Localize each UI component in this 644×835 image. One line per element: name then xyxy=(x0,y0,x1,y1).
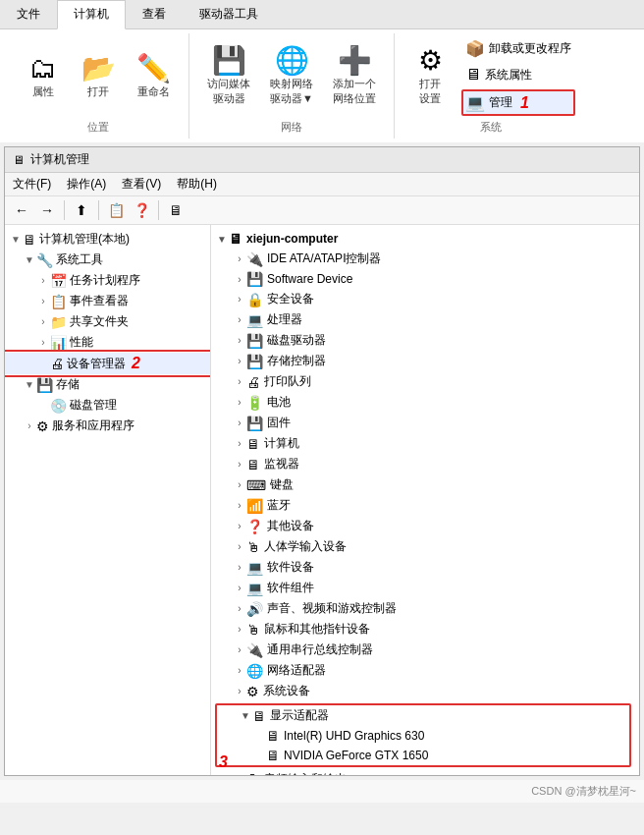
properties-button[interactable]: 🗂 属性 xyxy=(20,51,67,103)
device-bluetooth[interactable]: › 📶 蓝牙 xyxy=(211,495,639,516)
open-button[interactable]: 📂 打开 xyxy=(75,51,122,103)
device-software[interactable]: › 💾 Software Device xyxy=(211,269,639,289)
tree-sys-tools[interactable]: ▼ 🔧 系统工具 xyxy=(5,250,210,270)
bluetooth-expand: › xyxy=(233,500,246,511)
tree-perf[interactable]: › 📊 性能 xyxy=(5,332,210,353)
device-computer[interactable]: › 🖥 计算机 xyxy=(211,433,639,454)
menu-file[interactable]: 文件(F) xyxy=(13,176,51,193)
sys-text: 系统设备 xyxy=(263,683,310,699)
device-print[interactable]: › 🖨 打印队列 xyxy=(211,371,639,392)
device-firmware[interactable]: › 💾 固件 xyxy=(211,413,639,433)
root-expand: ▼ xyxy=(9,234,23,245)
device-cpu[interactable]: › 💻 处理器 xyxy=(211,309,639,330)
device-disk[interactable]: › 💾 磁盘驱动器 xyxy=(211,330,639,351)
uninstall-button[interactable]: 📦 卸载或更改程序 xyxy=(461,37,575,60)
device-mgr-text: 设备管理器 xyxy=(67,356,126,372)
perf-icon: 📊 xyxy=(50,335,67,351)
disk-mgmt-expand xyxy=(36,400,50,411)
tree-task-sched[interactable]: › 📅 任务计划程序 xyxy=(5,270,210,291)
system-props-button[interactable]: 🖥 系统属性 xyxy=(461,64,575,85)
software-icon: 💾 xyxy=(246,271,263,287)
device-mgr-icon: 🖨 xyxy=(50,356,64,371)
device-intel-gpu[interactable]: 🖥 Intel(R) UHD Graphics 630 xyxy=(217,726,629,746)
rename-icon: ✏️ xyxy=(136,55,171,83)
tab-computer[interactable]: 计算机 xyxy=(57,0,126,29)
tree-services[interactable]: › ⚙ 服务和应用程序 xyxy=(5,416,210,436)
open-settings-button[interactable]: ⚙ 打开设置 xyxy=(406,37,454,116)
menu-help[interactable]: 帮助(H) xyxy=(177,176,217,193)
device-soft2[interactable]: › 💻 软件设备 xyxy=(211,557,639,578)
tree-root[interactable]: ▼ 🖥 计算机管理(本地) xyxy=(5,229,210,250)
device-net[interactable]: › 🌐 网络适配器 xyxy=(211,660,639,681)
system-props-label: 系统属性 xyxy=(485,67,532,84)
device-nvidia-gpu[interactable]: 🖥 NVIDIA GeForce GTX 1650 xyxy=(217,746,629,765)
tree-storage[interactable]: ▼ 💾 存储 xyxy=(5,374,210,395)
add-network-button[interactable]: ➕ 添加一个网络位置 xyxy=(327,43,382,110)
manage-icon: 💻 xyxy=(465,93,485,112)
audio-input-expand: › xyxy=(233,774,246,775)
tree-shared-folders[interactable]: › 📁 共享文件夹 xyxy=(5,311,210,332)
mouse-icon: 🖱 xyxy=(246,622,260,638)
device-monitor[interactable]: › 🖥 监视器 xyxy=(211,454,639,474)
menu-action[interactable]: 操作(A) xyxy=(67,176,106,193)
tab-view[interactable]: 查看 xyxy=(126,0,183,28)
tree-event-viewer[interactable]: › 📋 事件查看器 xyxy=(5,291,210,311)
tree-disk-mgmt[interactable]: 💿 磁盘管理 xyxy=(5,395,210,416)
net-expand: › xyxy=(233,665,246,676)
event-viewer-text: 事件查看器 xyxy=(70,293,129,309)
computer-name-item[interactable]: ▼ 🖥 xiejun-computer xyxy=(211,229,639,249)
tree-device-mgr[interactable]: 🖨 设备管理器 2 xyxy=(5,353,210,374)
cpu-text: 处理器 xyxy=(267,311,302,328)
computer2-expand: › xyxy=(233,438,246,449)
device-serial[interactable]: › 🔌 通用串行总线控制器 xyxy=(211,640,639,660)
mouse-text: 鼠标和其他指针设备 xyxy=(264,621,370,638)
device-soft-comp[interactable]: › 💻 软件组件 xyxy=(211,578,639,598)
open-settings-icon: ⚙ xyxy=(418,47,443,75)
soft-comp-expand: › xyxy=(233,583,246,593)
device-audio[interactable]: › 🔊 声音、视频和游戏控制器 xyxy=(211,598,639,619)
soft2-icon: 💻 xyxy=(246,560,263,576)
device-audio-input[interactable]: › 🎙 音频输入和输出 xyxy=(211,769,639,775)
annotation-2: 2 xyxy=(132,355,140,372)
device-mouse[interactable]: › 🖱 鼠标和其他指针设备 xyxy=(211,619,639,640)
device-ide[interactable]: › 🔌 IDE ATA/ATAPI控制器 xyxy=(211,249,639,269)
disk-expand: › xyxy=(233,335,246,346)
map-network-icon: 🌐 xyxy=(275,47,309,75)
rename-button[interactable]: ✏️ 重命名 xyxy=(130,51,177,103)
shared-folders-icon: 📁 xyxy=(50,314,67,330)
access-media-button[interactable]: 💾 访问媒体驱动器 xyxy=(201,43,256,110)
display-adapter-box: ▼ 🖥 显示适配器 🖥 Intel(R) UHD Graphics 630 🖥 … xyxy=(215,703,631,767)
sys-tools-expand: ▼ xyxy=(23,254,36,265)
toolbar-show-hide[interactable]: 📋 xyxy=(105,199,127,221)
firmware-expand: › xyxy=(233,418,246,428)
disk-mgmt-text: 磁盘管理 xyxy=(70,397,117,414)
rename-label: 重命名 xyxy=(137,84,170,99)
device-storage-ctrl[interactable]: › 💾 存储控制器 xyxy=(211,351,639,371)
soft2-text: 软件设备 xyxy=(267,559,314,576)
device-keyboard[interactable]: › ⌨ 键盘 xyxy=(211,474,639,495)
toolbar-back[interactable]: ← xyxy=(11,199,32,221)
tab-file[interactable]: 文件 xyxy=(0,0,57,28)
location-items: 🗂 属性 📂 打开 ✏️ 重命名 xyxy=(20,37,177,116)
keyboard-text: 键盘 xyxy=(270,476,294,493)
sys-expand: › xyxy=(233,686,246,696)
tab-driver-tools[interactable]: 驱动器工具 xyxy=(183,0,275,28)
device-battery[interactable]: › 🔋 电池 xyxy=(211,392,639,413)
open-settings-label: 打开设置 xyxy=(419,77,441,106)
add-network-label: 添加一个网络位置 xyxy=(333,77,376,106)
toolbar-help[interactable]: ❓ xyxy=(131,199,152,221)
task-sched-text: 任务计划程序 xyxy=(70,272,140,289)
toolbar-up[interactable]: ⬆ xyxy=(71,199,92,221)
menu-view[interactable]: 查看(V) xyxy=(122,176,161,193)
device-security[interactable]: › 🔒 安全设备 xyxy=(211,289,639,309)
keyboard-icon: ⌨ xyxy=(246,477,266,493)
toolbar-monitor[interactable]: 🖥 xyxy=(165,199,187,221)
toolbar-forward[interactable]: → xyxy=(36,199,58,221)
map-network-button[interactable]: 🌐 映射网络驱动器▼ xyxy=(264,43,319,110)
device-sys[interactable]: › ⚙ 系统设备 xyxy=(211,681,639,701)
display-adapter-icon: 🖥 xyxy=(252,708,266,724)
device-hid[interactable]: › 🖱 人体学输入设备 xyxy=(211,536,639,557)
device-display-adapter[interactable]: ▼ 🖥 显示适配器 xyxy=(217,705,629,726)
device-other[interactable]: › ❓ 其他设备 xyxy=(211,516,639,536)
manage-button[interactable]: 💻 管理 1 xyxy=(461,89,575,116)
